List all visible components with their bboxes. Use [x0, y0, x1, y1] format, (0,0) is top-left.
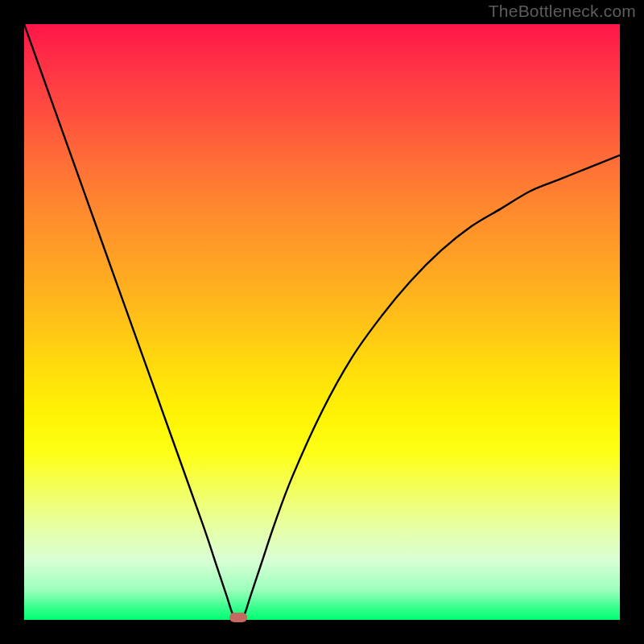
bottleneck-curve [24, 24, 620, 620]
plot-area [24, 24, 620, 620]
chart-frame: TheBottleneck.com [0, 0, 644, 644]
watermark-text: TheBottleneck.com [489, 2, 636, 21]
optimal-marker [229, 613, 247, 622]
